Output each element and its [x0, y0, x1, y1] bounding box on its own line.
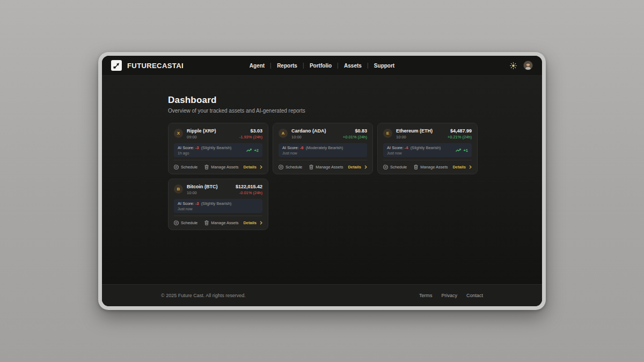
asset-time: 10:00: [291, 135, 326, 139]
ai-score-value: -3: [195, 145, 199, 150]
header-actions: [510, 61, 533, 70]
coin-icon: E: [383, 129, 392, 138]
schedule-button[interactable]: Schedule: [174, 220, 197, 225]
chevron-right-icon: [469, 165, 472, 169]
trend-badge: +1: [456, 148, 468, 153]
asset-change: -1.93% (24h): [239, 135, 262, 139]
gear-icon: [174, 220, 179, 225]
trash-icon: [204, 165, 209, 169]
gear-icon: [383, 165, 388, 169]
ai-score-line: AI Score:-3 (Slightly Bearish): [178, 145, 231, 150]
coin-icon: B: [174, 184, 183, 194]
ai-score-box: AI Score:-3 (Slightly Bearish) Just now: [174, 199, 262, 213]
asset-card-ethereum: E Ethereum (ETH) 10:00 $4,487.99 +0.21% …: [377, 123, 478, 174]
ai-score-ago: Just now: [178, 207, 231, 211]
ai-score-line: AI Score:-6 (Moderately Bearish): [282, 145, 343, 150]
schedule-button[interactable]: Schedule: [383, 165, 407, 169]
asset-price: $4,487.99: [448, 128, 472, 134]
asset-price: $122,015.42: [236, 184, 262, 189]
ai-sentiment: (Moderately Bearish): [306, 145, 343, 150]
trending-up-icon: [456, 149, 462, 152]
user-avatar[interactable]: [523, 61, 533, 70]
app-header: FUTURECASTAI Agent Reports Portfolio Ass…: [102, 56, 542, 76]
nav-item-reports[interactable]: Reports: [271, 63, 304, 69]
footer-link-contact[interactable]: Contact: [466, 293, 483, 298]
app-window: FUTURECASTAI Agent Reports Portfolio Ass…: [98, 52, 546, 310]
app-screen: FUTURECASTAI Agent Reports Portfolio Ass…: [102, 56, 542, 306]
details-button[interactable]: Details: [348, 165, 367, 169]
card-header: B Bitcoin (BTC) 10:00 $122,015.42 -0.01%…: [174, 184, 262, 195]
footer-links: Terms Privacy Contact: [419, 293, 483, 298]
ai-score-value: -3: [195, 201, 199, 206]
manage-assets-button[interactable]: Manage Assets: [309, 165, 343, 169]
card-actions: Schedule Manage Assets Details: [174, 216, 262, 225]
card-actions: Schedule Manage Assets Details: [383, 160, 472, 169]
asset-card-cardano: A Cardano (ADA) 10:00 $0.83 +0.01% (24h)…: [273, 123, 373, 174]
ai-sentiment: (Slightly Bearish): [201, 145, 232, 150]
card-header: A Cardano (ADA) 10:00 $0.83 +0.01% (24h): [279, 128, 367, 139]
nav-item-support[interactable]: Support: [368, 63, 400, 69]
asset-name: Ripple (XRP): [187, 128, 216, 134]
card-actions: Schedule Manage Assets Details: [174, 160, 262, 169]
asset-price: $0.83: [343, 128, 367, 134]
card-header: X Ripple (XRP) 09:00 $3.03 -1.93% (24h): [174, 128, 262, 139]
gear-icon: [174, 165, 179, 169]
asset-change: -0.01% (24h): [236, 190, 262, 195]
ai-score-value: -4: [405, 145, 408, 150]
asset-card-bitcoin: B Bitcoin (BTC) 10:00 $122,015.42 -0.01%…: [168, 179, 268, 230]
coin-icon: X: [174, 129, 183, 138]
footer-link-terms[interactable]: Terms: [419, 293, 433, 298]
brand-name: FUTURECASTAI: [127, 62, 184, 70]
details-button[interactable]: Details: [452, 165, 472, 169]
ai-score-line: AI Score:-4 (Slightly Bearish): [387, 145, 441, 150]
ai-score-box: AI Score:-6 (Moderately Bearish) Just no…: [279, 143, 367, 157]
details-button[interactable]: Details: [243, 165, 262, 169]
ai-score-ago: Just now: [282, 151, 343, 155]
desktop-background: { "brand": "FUTURECASTAI", "nav": { "ite…: [0, 0, 644, 362]
details-button[interactable]: Details: [243, 220, 262, 225]
site-footer: © 2025 Future Cast. All rights reserved.…: [102, 284, 542, 306]
asset-change: +0.01% (24h): [343, 135, 367, 139]
nav-item-portfolio[interactable]: Portfolio: [304, 63, 338, 69]
theme-toggle-sun-icon[interactable]: [510, 62, 517, 69]
ai-score-value: -6: [300, 145, 304, 150]
card-header: E Ethereum (ETH) 10:00 $4,487.99 +0.21% …: [383, 128, 472, 139]
asset-price: $3.03: [239, 128, 262, 134]
ai-score-ago: Just now: [387, 151, 441, 155]
ai-score-box: AI Score:-4 (Slightly Bearish) Just now …: [383, 143, 472, 157]
manage-assets-button[interactable]: Manage Assets: [204, 165, 238, 169]
schedule-button[interactable]: Schedule: [174, 165, 197, 169]
page-subtitle: Overview of your tracked assets and AI-g…: [168, 108, 542, 114]
schedule-button[interactable]: Schedule: [279, 165, 302, 169]
trash-icon: [204, 220, 209, 225]
copyright-text: © 2025 Future Cast. All rights reserved.: [161, 293, 246, 298]
chevron-right-icon: [260, 165, 262, 169]
gear-icon: [279, 165, 283, 169]
nav-item-assets[interactable]: Assets: [338, 63, 368, 69]
footer-link-privacy[interactable]: Privacy: [441, 293, 457, 298]
manage-assets-button[interactable]: Manage Assets: [204, 220, 238, 225]
ai-sentiment: (Slightly Bearish): [201, 201, 232, 206]
manage-assets-button[interactable]: Manage Assets: [414, 165, 448, 169]
trend-badge: +2: [246, 148, 259, 153]
asset-name: Bitcoin (BTC): [187, 184, 218, 189]
asset-name: Ethereum (ETH): [396, 128, 433, 134]
asset-time: 09:00: [187, 135, 216, 139]
ai-sentiment: (Slightly Bearish): [411, 145, 441, 150]
main-content: Dashboard Overview of your tracked asset…: [102, 76, 542, 284]
asset-card-ripple: X Ripple (XRP) 09:00 $3.03 -1.93% (24h) …: [168, 123, 268, 174]
asset-name: Cardano (ADA): [291, 128, 326, 134]
nav-item-agent[interactable]: Agent: [244, 63, 271, 69]
chevron-right-icon: [260, 221, 262, 225]
brand-logo-icon: [111, 60, 122, 71]
chevron-right-icon: [364, 165, 367, 169]
ai-score-ago: 1h ago: [178, 151, 231, 155]
trash-icon: [414, 165, 418, 169]
card-actions: Schedule Manage Assets Details: [279, 160, 367, 169]
trash-icon: [309, 165, 313, 169]
trending-up-icon: [246, 149, 252, 152]
coin-icon: A: [279, 129, 288, 138]
asset-time: 10:00: [396, 135, 433, 139]
asset-time: 10:00: [187, 190, 218, 195]
asset-card-grid: X Ripple (XRP) 09:00 $3.03 -1.93% (24h) …: [168, 123, 478, 230]
